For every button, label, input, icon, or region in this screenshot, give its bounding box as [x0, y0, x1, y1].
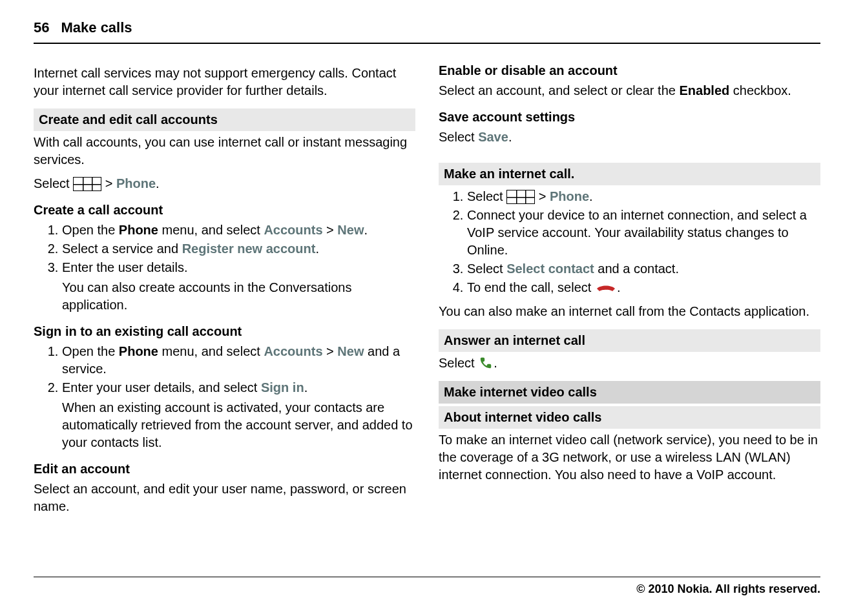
text: .: [156, 176, 160, 190]
step-note: When an existing account is activated, y…: [62, 399, 415, 451]
text: Select a service and: [62, 241, 182, 256]
heading-video-calls: Make internet video calls: [439, 381, 820, 404]
list-item: Connect your device to an internet conne…: [467, 207, 820, 259]
list-item: Select > Phone.: [467, 188, 820, 205]
text: >: [535, 189, 550, 203]
section-title: Make calls: [61, 18, 132, 37]
page-number: 56: [34, 18, 49, 37]
menu-phone: Phone: [119, 223, 158, 237]
text: Select: [467, 262, 506, 276]
copyright: © 2010 Nokia. All rights reserved.: [636, 582, 820, 595]
list-item: Open the Phone menu, and select Accounts…: [62, 221, 415, 239]
create-steps: Open the Phone menu, and select Accounts…: [34, 221, 415, 314]
text: and a contact.: [594, 262, 679, 276]
text: .: [589, 189, 593, 203]
heading-about-video: About internet video calls: [439, 406, 820, 429]
heading-create-account: Create a call account: [34, 201, 415, 219]
text: .: [364, 223, 368, 237]
list-item: Enter the user details. You can also cre…: [62, 259, 415, 314]
heading-edit-account: Edit an account: [34, 460, 415, 478]
menu-select-contact: Select contact: [506, 262, 594, 276]
end-call-icon: [595, 280, 617, 291]
list-item: To end the call, select .: [467, 279, 820, 296]
make-call-steps: Select > Phone. Connect your device to a…: [439, 188, 820, 296]
heading-signin: Sign in to an existing call account: [34, 323, 415, 340]
paragraph-video: To make an internet video call (network …: [439, 431, 820, 484]
menu-new: New: [337, 344, 364, 358]
menu-new: New: [337, 223, 364, 237]
text: To end the call, select: [467, 280, 595, 294]
list-item: Enter your user details, and select Sign…: [62, 379, 415, 451]
heading-save: Save account settings: [439, 108, 820, 126]
menu-accounts: Accounts: [264, 344, 322, 358]
list-item: Open the Phone menu, and select Accounts…: [62, 343, 415, 378]
heading-enable: Enable or disable an account: [439, 62, 820, 79]
menu-signin: Sign in: [261, 380, 304, 395]
paragraph-create-edit: With call accounts, you can use internet…: [34, 134, 415, 169]
text: >: [101, 176, 116, 190]
text: .: [304, 380, 308, 395]
paragraph-save: Select Save.: [439, 128, 820, 146]
text: .: [494, 356, 497, 370]
text: Open the: [62, 344, 119, 358]
text: Select: [439, 130, 478, 144]
menu-register: Register new account: [182, 241, 316, 256]
text: Select an account, and select or clear t…: [439, 83, 679, 98]
text: checkbox.: [729, 83, 791, 98]
menu-phone: Phone: [119, 344, 158, 358]
text: >: [323, 223, 338, 237]
left-column: Internet call services may not support e…: [34, 62, 415, 522]
text: Enter the user details.: [62, 260, 188, 274]
paragraph-answer: Select .: [439, 354, 820, 372]
list-item: Select Select contact and a contact.: [467, 260, 820, 278]
text: >: [323, 344, 338, 358]
text: Open the: [62, 223, 119, 237]
text: Enter your user details, and select: [62, 380, 261, 395]
label-enabled: Enabled: [679, 83, 729, 98]
document-page: 56 Make calls Internet call services may…: [0, 0, 854, 616]
menu-save: Save: [478, 130, 508, 144]
heading-create-edit: Create and edit call accounts: [34, 108, 415, 131]
heading-make-call: Make an internet call.: [439, 163, 820, 185]
paragraph-enable: Select an account, and select or clear t…: [439, 82, 820, 99]
grid-menu-icon: [506, 190, 535, 204]
text: Select: [34, 176, 73, 190]
paragraph-make-note: You can also make an internet call from …: [439, 303, 820, 320]
text: Select: [439, 356, 478, 370]
menu-accounts: Accounts: [264, 223, 322, 237]
page-header: 56 Make calls: [34, 18, 820, 44]
signin-steps: Open the Phone menu, and select Accounts…: [34, 343, 415, 451]
right-column: Enable or disable an account Select an a…: [439, 62, 820, 522]
text: .: [315, 241, 319, 256]
text: menu, and select: [158, 344, 264, 358]
grid-menu-icon: [73, 177, 101, 191]
answer-call-icon: [478, 356, 494, 370]
menu-phone: Phone: [116, 176, 156, 190]
text: menu, and select: [158, 223, 264, 237]
text: .: [508, 130, 512, 144]
heading-answer: Answer an internet call: [439, 329, 820, 352]
menu-phone: Phone: [550, 189, 589, 203]
paragraph-edit: Select an account, and edit your user na…: [34, 480, 415, 515]
list-item: Select a service and Register new accoun…: [62, 240, 415, 258]
content-columns: Internet call services may not support e…: [34, 62, 820, 522]
step-note: You can also create accounts in the Conv…: [62, 279, 415, 314]
page-footer: © 2010 Nokia. All rights reserved.: [34, 577, 820, 597]
text: Select: [467, 189, 506, 203]
intro-paragraph: Internet call services may not support e…: [34, 65, 415, 99]
select-phone-line: Select > Phone.: [34, 175, 415, 192]
text: .: [617, 280, 621, 294]
